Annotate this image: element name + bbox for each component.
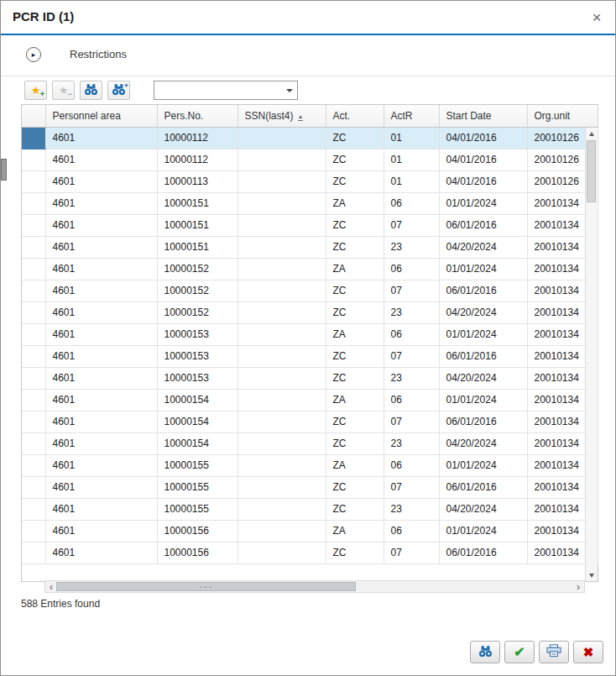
row-select-cell[interactable] xyxy=(22,236,45,258)
table-cell[interactable]: 10000154 xyxy=(157,432,238,454)
row-select-cell[interactable] xyxy=(22,411,45,432)
row-select-cell[interactable] xyxy=(22,214,45,236)
row-select-cell[interactable] xyxy=(22,149,45,170)
table-cell[interactable]: 07 xyxy=(384,345,439,367)
table-cell[interactable] xyxy=(238,542,326,563)
table-cell[interactable] xyxy=(238,301,326,323)
table-cell[interactable]: ZC xyxy=(326,214,384,236)
table-cell[interactable]: 10000153 xyxy=(157,323,238,345)
table-cell[interactable]: 10000155 xyxy=(157,454,238,476)
row-select-cell[interactable] xyxy=(22,301,45,323)
table-cell[interactable]: 04/01/2016 xyxy=(439,127,527,149)
table-row[interactable]: 460110000152ZC2304/20/202420010134 xyxy=(22,301,598,323)
table-cell[interactable]: 4601 xyxy=(45,411,157,432)
table-cell[interactable]: 10000154 xyxy=(157,389,238,411)
table-cell[interactable]: ZA xyxy=(326,389,384,411)
table-cell[interactable]: 4601 xyxy=(45,367,157,389)
table-cell[interactable]: ZA xyxy=(326,323,384,345)
table-cell[interactable]: 07 xyxy=(384,411,439,432)
column-header[interactable]: Pers.No. xyxy=(157,105,238,127)
table-cell[interactable]: 4601 xyxy=(45,170,157,192)
table-cell[interactable]: ZC xyxy=(326,127,384,149)
row-select-cell[interactable] xyxy=(22,476,45,498)
table-cell[interactable]: 01/01/2024 xyxy=(439,192,527,214)
table-cell[interactable]: 01 xyxy=(384,127,439,149)
table-cell[interactable]: 4601 xyxy=(45,432,157,454)
table-cell[interactable]: ZC xyxy=(326,301,384,323)
table-cell[interactable]: ZC xyxy=(326,498,384,520)
table-row[interactable]: 460110000155ZC0706/01/201620010134 xyxy=(22,476,598,498)
table-cell[interactable] xyxy=(238,170,326,192)
table-cell[interactable]: 04/20/2024 xyxy=(439,367,527,389)
table-cell[interactable]: 10000113 xyxy=(157,170,238,192)
find-next-button[interactable]: + xyxy=(107,81,130,100)
table-cell[interactable]: ZC xyxy=(326,367,384,389)
row-select-cell[interactable] xyxy=(22,345,45,367)
horizontal-scrollbar-thumb[interactable] xyxy=(56,582,356,591)
table-cell[interactable]: 4601 xyxy=(45,520,157,542)
table-cell[interactable]: 06 xyxy=(384,520,439,542)
table-cell[interactable]: ZA xyxy=(326,258,384,280)
table-cell[interactable]: 04/20/2024 xyxy=(439,498,527,520)
table-row[interactable]: 460110000151ZC2304/20/202420010134 xyxy=(22,236,598,258)
table-cell[interactable]: 10000151 xyxy=(157,192,238,214)
table-cell[interactable]: 04/01/2016 xyxy=(439,149,527,170)
table-cell[interactable] xyxy=(238,214,326,236)
row-select-cell[interactable] xyxy=(22,323,45,345)
table-cell[interactable]: 04/20/2024 xyxy=(439,236,527,258)
table-cell[interactable]: 06/01/2016 xyxy=(439,280,527,301)
table-cell[interactable]: 4601 xyxy=(45,127,157,149)
table-cell[interactable] xyxy=(238,520,326,542)
table-cell[interactable]: 4601 xyxy=(45,301,157,323)
table-cell[interactable]: 01/01/2024 xyxy=(439,323,527,345)
column-header[interactable]: ActR xyxy=(384,105,439,127)
table-cell[interactable]: 06 xyxy=(384,323,439,345)
table-cell[interactable]: ZC xyxy=(326,345,384,367)
table-cell[interactable]: ZC xyxy=(326,236,384,258)
table-cell[interactable]: 4601 xyxy=(45,454,157,476)
table-cell[interactable]: ZC xyxy=(326,170,384,192)
table-cell[interactable]: 10000153 xyxy=(157,345,238,367)
add-to-personal-value-list-button[interactable]: ★ + xyxy=(24,81,47,100)
table-cell[interactable]: 4601 xyxy=(45,345,157,367)
print-button[interactable] xyxy=(539,641,569,663)
table-cell[interactable] xyxy=(238,367,326,389)
table-row[interactable]: 460110000151ZA0601/01/202420010134 xyxy=(22,192,598,214)
table-row[interactable]: 460110000154ZA0601/01/202420010134 xyxy=(22,389,598,411)
row-select-cell[interactable] xyxy=(22,170,45,192)
table-cell[interactable] xyxy=(238,411,326,432)
table-cell[interactable]: 01/01/2024 xyxy=(439,258,527,280)
row-select-cell[interactable] xyxy=(22,367,45,389)
column-header[interactable]: Org.unit xyxy=(527,105,598,127)
table-cell[interactable]: 06 xyxy=(384,192,439,214)
table-cell[interactable]: ZC xyxy=(326,280,384,301)
horizontal-scrollbar[interactable]: ‹ › xyxy=(44,580,585,593)
table-row[interactable]: 460110000152ZA0601/01/202420010134 xyxy=(22,258,598,280)
table-cell[interactable] xyxy=(238,127,326,149)
table-cell[interactable]: 06/01/2016 xyxy=(439,411,527,432)
table-cell[interactable]: 4601 xyxy=(45,280,157,301)
row-select-cell[interactable] xyxy=(22,454,45,476)
table-cell[interactable]: ZA xyxy=(326,520,384,542)
table-row[interactable]: 460110000156ZA0601/01/202420010134 xyxy=(22,520,598,542)
scroll-up-arrow-icon[interactable] xyxy=(586,128,598,139)
table-cell[interactable] xyxy=(238,236,326,258)
select-all-header-cell[interactable] xyxy=(22,105,45,127)
table-cell[interactable]: 06/01/2016 xyxy=(439,542,527,563)
column-header[interactable]: Personnel area xyxy=(45,105,157,127)
column-header[interactable]: Act. xyxy=(326,105,384,127)
row-select-cell[interactable] xyxy=(22,127,45,149)
table-cell[interactable]: ZA xyxy=(326,192,384,214)
table-cell[interactable]: 04/01/2016 xyxy=(439,170,527,192)
table-cell[interactable]: 4601 xyxy=(45,498,157,520)
table-cell[interactable]: 10000112 xyxy=(157,127,238,149)
table-cell[interactable] xyxy=(238,280,326,301)
close-icon[interactable]: × xyxy=(587,8,607,28)
scroll-down-arrow-icon[interactable] xyxy=(586,569,598,581)
find-button-footer[interactable] xyxy=(470,641,500,663)
table-cell[interactable] xyxy=(238,498,326,520)
table-cell[interactable]: 06/01/2016 xyxy=(439,214,527,236)
table-cell[interactable] xyxy=(238,149,326,170)
table-cell[interactable]: 07 xyxy=(384,542,439,563)
row-select-cell[interactable] xyxy=(22,432,45,454)
